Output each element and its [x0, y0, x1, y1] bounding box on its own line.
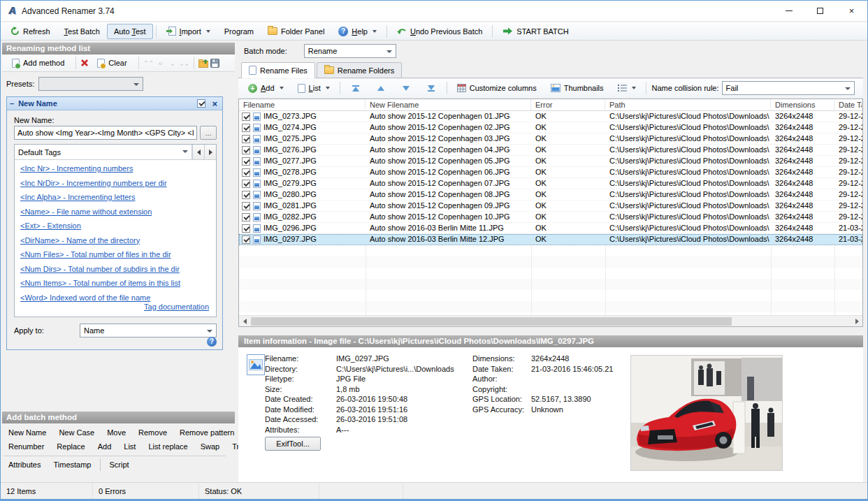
checkbox[interactable] [242, 213, 250, 222]
batch-method-remove-pattern[interactable]: Remove pattern [175, 426, 239, 439]
tag-link[interactable]: <Word> Indexed word of the file name [20, 293, 210, 302]
table-row[interactable]: IMG_0296.JPGAuto show 2016-03 Berlin Mit… [239, 223, 862, 234]
method-help-icon[interactable]: ? [207, 337, 217, 347]
auto-test-button[interactable]: Auto Test [107, 24, 153, 39]
tag-link[interactable]: <Ext> - Extension [20, 222, 210, 230]
batch-method-renumber[interactable]: Renumber [3, 440, 49, 453]
tag-link[interactable]: <Inc Alpha> - Incrementing letters [20, 193, 210, 201]
start-batch-button[interactable]: START BATCH [496, 24, 575, 39]
batch-method-replace[interactable]: Replace [52, 440, 89, 453]
help-button[interactable]: ? Help [331, 24, 384, 39]
scrollbar-thumb[interactable] [251, 317, 732, 326]
method-enabled-checkbox[interactable] [197, 99, 205, 108]
column-header[interactable]: Date Taken [834, 99, 862, 110]
tab-rename-files[interactable]: Rename Files [241, 62, 315, 78]
batch-method-timestamp[interactable]: Timestamp [48, 458, 96, 471]
close-button[interactable]: × [836, 1, 867, 22]
tag-link[interactable]: <DirName> - Name of the directory [20, 236, 210, 245]
browse-button[interactable]: ... [200, 126, 217, 140]
presets-select[interactable] [38, 77, 143, 91]
tag-category-select[interactable]: Default Tags [15, 145, 192, 159]
batch-method-move[interactable]: Move [102, 426, 131, 439]
tag-link[interactable]: <Name> - File name without extension [20, 208, 210, 216]
table-row[interactable]: IMG_0279.JPGAuto show 2015-12 Copenhagen… [239, 178, 862, 189]
checkbox[interactable] [242, 202, 250, 210]
tag-prev-button[interactable] [192, 145, 204, 159]
column-header[interactable]: Error [531, 99, 605, 110]
checkbox[interactable] [242, 191, 250, 199]
checkbox[interactable] [242, 157, 250, 166]
checkbox[interactable] [242, 168, 250, 177]
clear-button[interactable]: Clear [90, 55, 133, 71]
test-batch-button[interactable]: Test Batch [57, 24, 107, 39]
batch-method-list-replace[interactable]: List replace [143, 440, 192, 453]
checkbox[interactable] [242, 146, 250, 154]
name-collision-rule-select[interactable]: Fail [722, 81, 855, 95]
undo-previous-batch-button[interactable]: Undo Previous Batch [390, 24, 489, 39]
exiftool-button[interactable]: ExifTool... [265, 437, 321, 451]
table-row[interactable]: IMG_0280.JPGAuto show 2015-12 Copenhagen… [239, 189, 862, 201]
batch-method-script[interactable]: Script [100, 458, 133, 471]
add-files-button[interactable]: + Add [241, 80, 291, 96]
open-preset-icon[interactable] [198, 59, 209, 68]
column-header[interactable]: New Filename [366, 99, 531, 110]
save-preset-icon[interactable] [210, 59, 219, 68]
checkbox[interactable] [242, 224, 250, 233]
scroll-right-icon[interactable] [851, 316, 862, 327]
table-row[interactable]: IMG_0276.JPGAuto show 2015-12 Copenhagen… [239, 145, 862, 156]
method-close-icon[interactable]: × [210, 99, 219, 109]
tag-next-button[interactable] [204, 145, 216, 159]
move-top-button[interactable] [343, 80, 368, 96]
checkbox[interactable] [242, 124, 250, 132]
add-method-button[interactable]: Add method [5, 55, 71, 71]
view-mode-button[interactable] [611, 80, 643, 96]
table-row[interactable]: IMG_0273.JPGAuto show 2015-12 Copenhagen… [239, 111, 862, 122]
batch-method-list[interactable]: List [119, 440, 140, 453]
column-header[interactable]: Filename [239, 99, 366, 110]
tag-link[interactable]: <Num Items> - Total number of items in t… [20, 279, 210, 287]
move-bottom-button[interactable] [419, 80, 444, 96]
batch-method-new-case[interactable]: New Case [54, 426, 99, 439]
tag-link[interactable]: <Num Files> - Total number of files in t… [20, 250, 210, 259]
batch-mode-select[interactable]: Rename [304, 44, 396, 58]
list-button[interactable]: List [291, 80, 337, 96]
tag-link[interactable]: <Inc NrDir> - Incrementing numbers per d… [20, 179, 210, 187]
collapse-icon[interactable]: – [10, 99, 14, 108]
move-up-button[interactable] [368, 80, 393, 96]
scroll-left-icon[interactable] [239, 316, 250, 327]
tab-rename-folders[interactable]: Rename Folders [317, 62, 402, 78]
import-button[interactable]: Import [159, 24, 217, 39]
table-row[interactable]: IMG_0278.JPGAuto show 2015-12 Copenhagen… [239, 167, 862, 178]
thumbnails-button[interactable]: Thumbnails [544, 80, 611, 96]
tag-link[interactable]: <Num Dirs> - Total number of subdirs in … [20, 265, 210, 273]
batch-method-add[interactable]: Add [93, 440, 117, 453]
checkbox[interactable] [242, 180, 250, 188]
table-row[interactable]: IMG_0277.JPGAuto show 2015-12 Copenhagen… [239, 156, 862, 167]
batch-method-new-name[interactable]: New Name [3, 426, 51, 439]
move-down-button[interactable] [393, 80, 419, 96]
program-button[interactable]: Program [217, 24, 261, 39]
minimize-button[interactable] [773, 1, 804, 22]
table-row[interactable]: IMG_0297.JPGAuto show 2016-03 Berlin Mit… [239, 234, 862, 245]
column-header[interactable]: Path [605, 99, 771, 110]
horizontal-scrollbar[interactable] [239, 315, 862, 326]
apply-to-select[interactable]: Name [80, 324, 217, 337]
checkbox[interactable] [242, 235, 250, 244]
tag-documentation-link[interactable]: Tag documentation [144, 303, 209, 311]
batch-method-attributes[interactable]: Attributes [3, 458, 45, 471]
table-row[interactable]: IMG_0281.JPGAuto show 2015-12 Copenhagen… [239, 201, 862, 212]
checkbox[interactable] [242, 135, 250, 143]
delete-method-icon[interactable] [80, 59, 89, 67]
table-row[interactable]: IMG_0282.JPGAuto show 2015-12 Copenhagen… [239, 212, 862, 223]
checkbox[interactable] [242, 112, 250, 121]
customize-columns-button[interactable]: Customize columns [450, 80, 544, 96]
new-name-input[interactable] [14, 126, 197, 140]
maximize-button[interactable] [804, 1, 836, 22]
tag-link[interactable]: <Inc Nr> - Incrementing numbers [20, 164, 210, 173]
table-row[interactable]: IMG_0275.JPGAuto show 2015-12 Copenhagen… [239, 133, 862, 145]
table-row[interactable]: IMG_0274.JPGAuto show 2015-12 Copenhagen… [239, 122, 862, 133]
refresh-button[interactable]: Refresh [3, 24, 57, 39]
folder-panel-button[interactable]: Folder Panel [261, 24, 331, 39]
column-header[interactable]: Dimensions [771, 99, 834, 110]
batch-method-remove[interactable]: Remove [133, 426, 172, 439]
